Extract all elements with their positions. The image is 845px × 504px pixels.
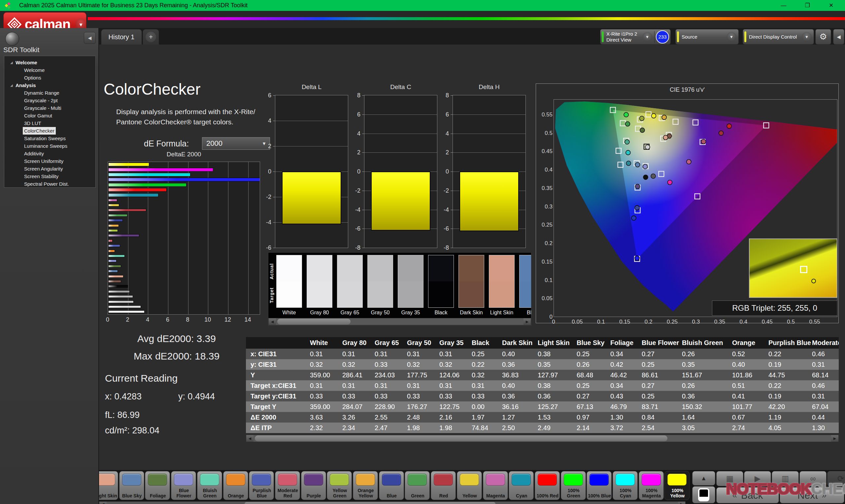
group-label: Welcome [16,60,37,65]
scroll-left-icon[interactable]: ◀ [99,502,107,504]
pattern-window-button[interactable]: ▦ [716,471,743,486]
expander-icon[interactable]: ◢ [10,84,16,87]
swatch-strip-scrollbar[interactable]: ◀ ▶ [268,318,531,325]
gridline [453,152,526,153]
sidebar-item-screen-angularity[interactable]: Screen Angularity [23,165,64,173]
sidebar-item-screen-stability[interactable]: Screen Stability [23,173,60,180]
pattern-button-purple[interactable]: Purple [301,471,326,500]
pattern-button-yellow-green[interactable]: Yellow Green [327,471,352,500]
sidebar-item-saturation-sweeps[interactable]: Saturation Sweeps [23,134,67,142]
deltae-bar-gray-80 [108,305,141,308]
sidebar-item-grayscale-multi[interactable]: Grayscale - Multi [23,104,63,112]
pattern-button-blue-sky[interactable]: Blue Sky [119,471,144,500]
table-scrollbar[interactable]: ◀ ▶ [246,435,839,442]
pattern-button-green[interactable]: Green [405,471,430,500]
sidebar-item-colorchecker[interactable]: ColorChecker [23,127,56,134]
measured-marker [640,128,645,132]
col-header-white: White [305,337,338,349]
pattern-button-100-green[interactable]: 100% Green [561,471,586,500]
scroll-left-icon[interactable]: ◀ [246,435,253,442]
pattern-window-button[interactable] [692,486,715,503]
table-cell: 0.51 [727,380,764,391]
orb-icon[interactable] [5,32,19,46]
add-tab-button[interactable]: + [143,29,159,44]
scrollbar-thumb[interactable] [277,319,351,325]
sidebar-item-color-gamut[interactable]: Color Gamut [23,112,53,120]
table-cell: 0.84 [637,412,677,422]
pattern-button-100-red[interactable]: 100% Red [535,471,560,500]
source-dropdown[interactable]: Source ▼ [675,29,739,44]
close-icon[interactable]: ✕ [819,0,843,11]
scroll-right-icon[interactable]: ▶ [524,318,531,325]
sidebar-collapse-button[interactable]: ◀ [84,32,96,44]
pattern-label: Green [406,493,429,498]
sidebar-item-options[interactable]: Options [23,74,42,82]
pattern-button-100-blue[interactable]: 100% Blue [586,471,612,500]
pattern-button-cyan[interactable]: Cyan [509,471,534,500]
next-button[interactable]: Next » [780,487,844,503]
swatch-strip: Actual Target WhiteGray 80Gray 65Gray 50… [268,252,531,326]
scroll-right-icon[interactable]: ▶ [831,435,839,442]
pattern-button-100-yellow[interactable]: 100% Yellow [665,471,689,500]
table-cell: 0.33 [370,391,402,401]
play-icon: ▶ [755,474,760,483]
maximize-icon[interactable]: ❐ [795,0,819,11]
panel-collapse-button[interactable]: ◀ [833,29,844,44]
pattern-scroll-up-button[interactable]: ▲ [692,471,715,486]
target-swatch [277,281,302,307]
pattern-color-chip [148,474,167,486]
chevron-down-icon[interactable]: ▼ [726,32,736,42]
minimize-icon[interactable]: — [772,0,795,11]
pattern-color-chip [304,474,323,486]
meter-count-badge[interactable]: 233 [656,30,669,43]
table-cell: 0.31 [402,380,435,391]
pattern-label: Bluish Green [198,488,222,498]
loop-button[interactable]: ∞ [799,471,827,486]
pattern-button-100-magenta[interactable]: 100% Magenta [639,471,664,500]
meter-dropdown[interactable]: X-Rite i1Pro 2 Direct View ▼ 233 [600,29,671,44]
gridline [453,133,526,134]
scrollbar-thumb[interactable] [255,435,667,441]
back-button[interactable]: « Back [716,487,779,503]
pattern-button-yellow[interactable]: Yellow [457,471,482,500]
sidebar-item-screen-uniformity[interactable]: Screen Uniformity [23,157,65,165]
refresh-button[interactable]: ⟳ [827,471,845,486]
chevron-down-icon[interactable]: ▼ [642,32,652,42]
sidebar-group-analysis[interactable]: ◢Analysis [4,82,95,89]
display-control-dropdown[interactable]: Direct Display Control ▼ [743,29,814,44]
expander-icon[interactable]: ◢ [10,61,16,64]
pattern-button-foliage[interactable]: Foliage [145,471,170,500]
pattern-button-magenta[interactable]: Magenta [483,471,508,500]
pattern-button-bluish-green[interactable]: Bluish Green [197,471,222,500]
sidebar-item-dynamic-range[interactable]: Dynamic Range [23,89,61,97]
pattern-button-orange-yellow[interactable]: Orange Yellow [353,471,378,500]
col-header-black: Black [467,337,497,349]
scroll-right-icon[interactable]: ▶ [678,502,685,504]
play-button[interactable]: ▶ [744,471,771,486]
table-cell: 4.05 [764,422,807,433]
sidebar-item-grayscale-2pt[interactable]: Grayscale - 2pt [23,97,59,104]
pattern-button-light-skin[interactable]: Light Skin [99,471,118,500]
pattern-button-orange[interactable]: Orange [223,471,248,500]
settings-button[interactable]: ⚙ [815,29,831,44]
tab-history-1[interactable]: History 1 [101,29,142,44]
sidebar-item-welcome[interactable]: Welcome [23,66,46,74]
pattern-button-moderate-red[interactable]: Moderate Red [275,471,300,500]
pattern-bar-scrollbar[interactable]: ◀ ▶ [99,501,686,504]
sidebar-item-luminance-sweeps[interactable]: Luminance Sweeps [23,142,69,150]
sidebar-item-3d-lut[interactable]: 3D LUT [23,120,42,127]
levels-button[interactable]: ▥ [772,471,799,486]
table-cell: 0.44 [807,412,839,422]
table-cell: 286.41 [338,370,370,380]
pattern-button-purplish-blue[interactable]: Purplish Blue [249,471,274,500]
sidebar-group-welcome[interactable]: ◢Welcome [4,59,95,66]
pattern-button-red[interactable]: Red [431,471,456,500]
pattern-button-blue-flower[interactable]: Blue Flower [171,471,196,500]
chevron-down-icon[interactable]: ▼ [802,32,812,42]
sidebar-item-additivity[interactable]: Additivity [23,150,45,157]
sidebar-item-spectral-power-dist[interactable]: Spectral Power Dist. [23,180,70,188]
scrollbar-thumb[interactable] [245,502,495,504]
pattern-button-blue[interactable]: Blue [379,471,404,500]
scroll-left-icon[interactable]: ◀ [269,318,276,325]
pattern-button-100-cyan[interactable]: 100% Cyan [613,471,638,500]
